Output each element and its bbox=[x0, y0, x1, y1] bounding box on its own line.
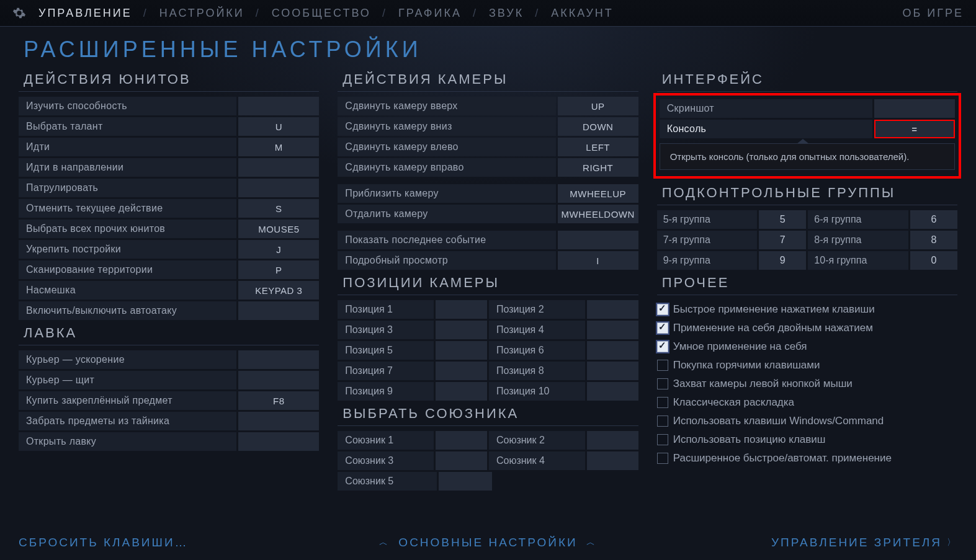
option-checkbox[interactable]: Умное применение на себя bbox=[657, 337, 957, 356]
row-console: Консоль = bbox=[660, 120, 955, 138]
keybind-slot[interactable]: I bbox=[558, 251, 638, 270]
option-checkbox[interactable]: Применение на себя двойным нажатием bbox=[657, 319, 957, 337]
section-other: ПРОЧЕЕ bbox=[657, 273, 957, 295]
keybind-slot[interactable]: RIGHT bbox=[558, 158, 638, 177]
option-checkbox[interactable]: Покупка горячими клавишами bbox=[657, 356, 957, 375]
nav-about[interactable]: ОБ ИГРЕ bbox=[902, 7, 964, 20]
keybind-label: Купить закреплённый предмет bbox=[19, 391, 236, 410]
ally-slot[interactable] bbox=[439, 472, 492, 491]
camera-pos-slot[interactable] bbox=[436, 321, 487, 339]
keybind-label: Забрать предметы из тайника bbox=[19, 412, 236, 430]
checkbox-icon bbox=[657, 360, 668, 371]
option-checkbox[interactable]: Захват камеры левой кнопкой мыши bbox=[657, 375, 957, 393]
keybind-slot[interactable]: F8 bbox=[238, 391, 319, 410]
keybind-slot[interactable]: P bbox=[238, 260, 319, 279]
keybind-label: Отдалить камеру bbox=[338, 205, 555, 223]
keybind-label: Сдвинуть камеру влево bbox=[338, 138, 555, 156]
keybind-label: Патрулировать bbox=[19, 179, 236, 197]
nav-tab-аккаунт[interactable]: АККАУНТ bbox=[551, 7, 614, 19]
keybind-label: Выбрать всех прочих юнитов bbox=[19, 220, 236, 238]
control-group-slot[interactable]: 0 bbox=[910, 251, 957, 270]
option-checkbox[interactable]: Классическая раскладка bbox=[657, 393, 957, 412]
ally-label: Союзник 3 bbox=[338, 451, 434, 470]
option-checkbox[interactable]: Использовать позицию клавиш bbox=[657, 430, 957, 449]
chevron-up-icon: ︿ bbox=[379, 537, 390, 548]
keybind-slot[interactable] bbox=[238, 158, 319, 177]
keybind-slot[interactable]: S bbox=[238, 199, 319, 218]
keybind-slot[interactable] bbox=[558, 231, 638, 249]
keybind-row: Отменить текущее действиеS bbox=[19, 199, 319, 218]
control-group-label: 8-я группа bbox=[808, 231, 908, 249]
keybind-slot[interactable]: J bbox=[238, 240, 319, 259]
keybind-slot[interactable] bbox=[238, 412, 319, 430]
control-group-slot[interactable]: 5 bbox=[759, 210, 806, 229]
keybind-slot[interactable] bbox=[238, 371, 319, 389]
chevron-right-icon: 〉 bbox=[947, 537, 957, 548]
nav-tab-управление[interactable]: УПРАВЛЕНИЕ bbox=[38, 7, 132, 19]
keybind-slot[interactable]: DOWN bbox=[558, 117, 638, 136]
checkbox-label: Покупка горячими клавишами bbox=[673, 359, 820, 371]
camera-pos-slot[interactable] bbox=[436, 362, 487, 380]
camera-pos-slot[interactable] bbox=[587, 300, 638, 319]
checkbox-label: Захват камеры левой кнопкой мыши bbox=[673, 378, 853, 390]
checkbox-icon bbox=[657, 322, 668, 334]
keybind-row: Открыть лавку bbox=[19, 432, 319, 451]
keybind-label: Открыть лавку bbox=[19, 432, 236, 451]
section-camera-actions: ДЕЙСТВИЯ КАМЕРЫ bbox=[338, 70, 638, 92]
keybind-slot[interactable] bbox=[238, 97, 319, 115]
keybind-slot[interactable]: MOUSE5 bbox=[238, 220, 319, 238]
camera-pos-label: Позиция 1 bbox=[338, 300, 434, 319]
ally-slot[interactable] bbox=[587, 431, 638, 450]
keybind-label: Насмешка bbox=[19, 281, 236, 300]
keybind-label: Идти bbox=[19, 138, 236, 156]
option-checkbox[interactable]: Использовать клавиши Windows/Command bbox=[657, 412, 957, 430]
ally-slot[interactable] bbox=[436, 451, 487, 470]
camera-pos-slot[interactable] bbox=[587, 382, 638, 401]
checkbox-icon bbox=[657, 341, 668, 352]
keybind-slot[interactable]: U bbox=[238, 117, 319, 136]
camera-pos-slot[interactable] bbox=[436, 341, 487, 360]
ally-slot[interactable] bbox=[587, 451, 638, 470]
keybind-slot[interactable]: MWHEELDOWN bbox=[558, 205, 638, 223]
keybind-console[interactable]: = bbox=[874, 120, 955, 138]
camera-pos-slot[interactable] bbox=[587, 362, 638, 380]
keybind-slot[interactable] bbox=[238, 350, 319, 369]
keybind-slot[interactable] bbox=[238, 179, 319, 197]
nav-tab-звук[interactable]: ЗВУК bbox=[489, 7, 524, 19]
camera-pos-slot[interactable] bbox=[587, 321, 638, 339]
ally-slot[interactable] bbox=[436, 431, 487, 450]
keybind-row: Сдвинуть камеру вверхUP bbox=[338, 97, 638, 115]
keybind-row: Приблизить камеруMWHEELUP bbox=[338, 184, 638, 203]
keybind-screenshot[interactable] bbox=[874, 99, 955, 118]
option-checkbox[interactable]: Быстрое применение нажатием клавиши bbox=[657, 300, 957, 319]
spectator-controls-link[interactable]: УПРАВЛЕНИЕ ЗРИТЕЛЯ 〉 bbox=[771, 536, 957, 549]
control-group-slot[interactable]: 7 bbox=[759, 231, 806, 249]
basic-settings-link[interactable]: ︿ ОСНОВНЫЕ НАСТРОЙКИ ︿ bbox=[379, 536, 596, 549]
keybind-label: Изучить способность bbox=[19, 97, 236, 115]
keybind-slot[interactable]: M bbox=[238, 138, 319, 156]
section-unit-actions: ДЕЙСТВИЯ ЮНИТОВ bbox=[19, 70, 319, 92]
keybind-slot[interactable]: LEFT bbox=[558, 138, 638, 156]
control-group-slot[interactable]: 8 bbox=[910, 231, 957, 249]
nav-tab-сообщество[interactable]: СООБЩЕСТВО bbox=[272, 7, 371, 19]
keybind-slot[interactable]: MWHEELUP bbox=[558, 184, 638, 203]
option-checkbox[interactable]: Расширенное быстрое/автомат. применение bbox=[657, 449, 957, 468]
camera-pos-label: Позиция 4 bbox=[489, 321, 585, 339]
keybind-slot[interactable] bbox=[238, 432, 319, 451]
control-group-slot[interactable]: 9 bbox=[759, 251, 806, 270]
reset-keys-button[interactable]: СБРОСИТЬ КЛАВИШИ… bbox=[19, 536, 189, 549]
keybind-slot[interactable] bbox=[238, 301, 319, 320]
keybind-slot[interactable]: KEYPAD 3 bbox=[238, 281, 319, 300]
camera-pos-slot[interactable] bbox=[587, 341, 638, 360]
section-camera-positions: ПОЗИЦИИ КАМЕРЫ bbox=[338, 273, 638, 295]
keybind-row: Отдалить камеруMWHEELDOWN bbox=[338, 205, 638, 223]
camera-pos-slot[interactable] bbox=[436, 300, 487, 319]
nav-tab-настройки[interactable]: НАСТРОЙКИ bbox=[159, 7, 244, 19]
camera-pos-slot[interactable] bbox=[436, 382, 487, 401]
keybind-row: Выбрать талантU bbox=[19, 117, 319, 136]
nav-tab-графика[interactable]: ГРАФИКА bbox=[398, 7, 462, 19]
keybind-slot[interactable]: UP bbox=[558, 97, 638, 115]
checkbox-icon bbox=[657, 416, 668, 427]
control-group-slot[interactable]: 6 bbox=[910, 210, 957, 229]
gear-icon[interactable] bbox=[12, 6, 26, 20]
